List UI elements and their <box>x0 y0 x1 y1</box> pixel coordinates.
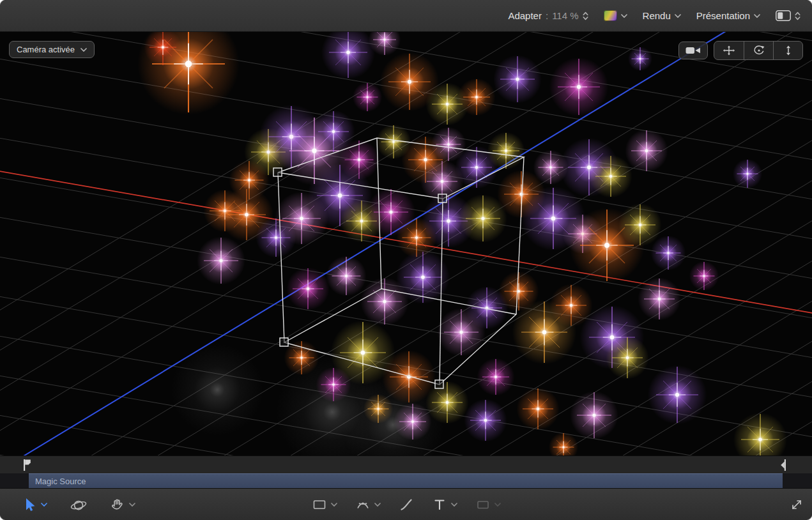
paintstroke-tool-icon <box>399 497 414 512</box>
timeline-ruler[interactable] <box>0 455 812 473</box>
stepper-icon <box>583 11 588 21</box>
orbit-icon <box>753 45 765 56</box>
zoom-separator: : <box>546 10 548 21</box>
range-in-marker-icon[interactable] <box>23 459 32 471</box>
chevron-down-icon <box>754 14 760 18</box>
color-swatch-dropdown[interactable] <box>604 10 627 21</box>
text-tool-icon <box>432 497 447 512</box>
layout-icon <box>776 10 791 21</box>
chevron-down-icon <box>494 503 501 507</box>
chevron-down-icon[interactable] <box>374 503 381 507</box>
timeline-track: Magic Source <box>0 473 812 488</box>
particle-emitter <box>137 32 787 455</box>
left-tool-group <box>22 489 135 520</box>
rectangle-tool-icon <box>312 497 327 512</box>
canvas-toolbar: Adapter : 114 % Rendu Présentation <box>0 0 812 32</box>
paintstroke-tool[interactable] <box>399 497 414 512</box>
camcorder-icon <box>686 45 701 56</box>
chevron-down-icon <box>621 14 627 18</box>
zoom-label: Adapter <box>508 10 542 21</box>
timebar-magic-source[interactable]: Magic Source <box>29 473 783 488</box>
zoom-value: 114 % <box>552 10 578 21</box>
view-label: Présentation <box>696 10 750 21</box>
orbit-camera-button[interactable] <box>744 42 773 59</box>
rectangle-tool[interactable] <box>312 497 337 512</box>
dolly-icon <box>785 45 792 56</box>
camera-move-group <box>714 41 803 60</box>
3d-scene[interactable] <box>0 32 812 455</box>
timebar-label: Magic Source <box>35 477 86 486</box>
pan-icon <box>723 45 735 56</box>
gradient-swatch-icon <box>604 10 617 21</box>
select-arrow-icon <box>22 497 37 512</box>
canvas-viewport[interactable]: Caméra activée <box>0 32 812 455</box>
tools-toolbar <box>0 488 812 520</box>
pan-camera-button[interactable] <box>714 42 744 59</box>
zoom-dropdown[interactable]: Adapter : 114 % <box>508 10 588 21</box>
dolly-camera-button[interactable] <box>773 42 802 59</box>
transform-3d-icon <box>70 496 87 513</box>
image-tool[interactable] <box>475 497 501 512</box>
bezier-tool[interactable] <box>355 497 381 512</box>
layout-control[interactable] <box>776 10 801 21</box>
image-tool-icon <box>475 497 491 512</box>
chevron-down-icon[interactable] <box>451 503 457 507</box>
camera-menu-button[interactable]: Caméra activée <box>9 41 95 58</box>
stepper-icon <box>795 11 801 21</box>
camera-view-button[interactable] <box>678 42 708 59</box>
bezier-tool-icon <box>355 497 371 512</box>
toolbar-resize-button[interactable] <box>789 497 804 515</box>
hand-icon <box>110 497 125 512</box>
chevron-down-icon <box>80 48 87 52</box>
app-window: Adapter : 114 % Rendu Présentation <box>0 0 812 520</box>
text-tool[interactable] <box>432 497 457 512</box>
transform-3d-tool[interactable] <box>70 496 87 513</box>
view-dropdown[interactable]: Présentation <box>696 10 760 21</box>
chevron-down-icon <box>675 14 681 18</box>
chevron-down-icon[interactable] <box>331 503 337 507</box>
chevron-down-icon[interactable] <box>129 503 135 507</box>
render-dropdown[interactable]: Rendu <box>643 10 681 21</box>
resize-icon <box>789 497 804 512</box>
pan-view-tool[interactable] <box>110 497 135 512</box>
select-tool[interactable] <box>22 497 47 512</box>
camera-menu-label: Caméra activée <box>17 45 75 54</box>
camera-tool-buttons <box>678 41 803 60</box>
center-tool-group <box>312 489 501 520</box>
range-out-marker-icon[interactable] <box>780 459 786 471</box>
chevron-down-icon[interactable] <box>41 503 47 507</box>
render-label: Rendu <box>643 10 671 21</box>
